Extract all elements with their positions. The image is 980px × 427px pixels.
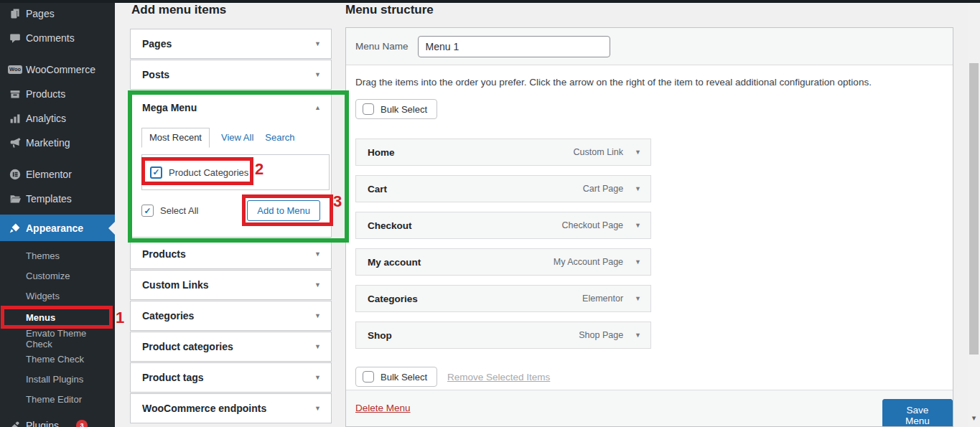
sidebar-item-label: Analytics bbox=[26, 113, 66, 124]
sidebar-item-label: Templates bbox=[26, 193, 72, 205]
appearance-icon bbox=[8, 221, 22, 235]
menu-items-list: Home Custom Link ▼ Cart Cart Page ▼ Chec… bbox=[355, 139, 651, 358]
sidebar-item-label: Comments bbox=[26, 32, 75, 44]
sidebar-item-theme-editor[interactable]: Theme Editor bbox=[0, 389, 115, 409]
product-categories-checkbox[interactable]: ✓ bbox=[150, 166, 162, 179]
sidebar-item-widgets[interactable]: Widgets bbox=[0, 286, 115, 306]
sidebar-item-themes[interactable]: Themes bbox=[0, 245, 115, 266]
chevron-down-icon[interactable]: ▼ bbox=[314, 71, 321, 78]
chevron-down-icon[interactable]: ▼ bbox=[635, 185, 641, 192]
menu-name-input[interactable] bbox=[418, 36, 610, 57]
plugins-icon bbox=[8, 418, 22, 427]
sidebar-item-customize[interactable]: Customize bbox=[0, 266, 115, 286]
accordion-mega-menu[interactable]: Mega Menu ▲ bbox=[130, 93, 332, 123]
mega-menu-item-list: ✓ Product Categories bbox=[141, 154, 330, 190]
select-all-label: Select All bbox=[160, 205, 198, 216]
sidebar-item-plugins[interactable]: Plugins 3 bbox=[0, 413, 115, 427]
page-title-add-menu-items: Add menu items bbox=[131, 3, 226, 17]
menu-item-row-shop[interactable]: Shop Shop Page ▼ bbox=[355, 322, 651, 349]
wp-admin-menus-page: Pages Comments Woo WooCommerce Products … bbox=[0, 0, 980, 427]
menu-name-label: Menu Name bbox=[355, 41, 409, 52]
accordion-product-categories[interactable]: Product categories ▼ bbox=[130, 332, 332, 362]
marketing-icon bbox=[8, 136, 22, 150]
accordion-categories[interactable]: Categories ▼ bbox=[130, 301, 332, 331]
products-icon bbox=[8, 87, 22, 101]
panel-footer: Delete Menu Save Menu bbox=[346, 390, 953, 427]
chevron-down-icon[interactable]: ▼ bbox=[314, 250, 321, 258]
chevron-down-icon[interactable]: ▼ bbox=[635, 222, 641, 229]
add-to-menu-button[interactable]: Add to Menu bbox=[247, 200, 320, 221]
current-menu-notch bbox=[108, 222, 115, 235]
bulk-select-toggle-bottom[interactable]: Bulk Select bbox=[355, 367, 437, 387]
chevron-down-icon[interactable]: ▼ bbox=[314, 281, 321, 288]
menu-item-row-categories[interactable]: Categories Elementor ▼ bbox=[355, 285, 651, 312]
bulk-select-checkbox[interactable] bbox=[363, 103, 374, 115]
scrollbar-thumb[interactable] bbox=[969, 63, 979, 355]
sidebar-item-menus[interactable]: Menus bbox=[0, 307, 115, 327]
templates-icon bbox=[8, 192, 22, 206]
accordion-products[interactable]: Products ▼ bbox=[130, 239, 332, 269]
menu-item-row-cart[interactable]: Cart Cart Page ▼ bbox=[355, 175, 651, 202]
chevron-down-icon[interactable]: ▼ bbox=[314, 343, 321, 350]
menu-name-bar: Menu Name bbox=[346, 28, 953, 65]
chevron-down-icon[interactable]: ▼ bbox=[635, 295, 641, 302]
bulk-select-checkbox[interactable] bbox=[363, 371, 374, 383]
tab-most-recent[interactable]: Most Recent bbox=[141, 128, 210, 148]
sidebar-item-label: Plugins bbox=[26, 420, 59, 427]
drag-instruction-text: Drag the items into the order you prefer… bbox=[355, 77, 915, 88]
annotation-step-3: 3 bbox=[333, 192, 342, 211]
sidebar-item-products[interactable]: Products bbox=[0, 82, 115, 106]
woocommerce-icon: Woo bbox=[8, 62, 22, 77]
menu-item-row-my-account[interactable]: My account My Account Page ▼ bbox=[355, 248, 651, 276]
sidebar-item-label: Products bbox=[26, 88, 65, 100]
checkbox-label: Product Categories bbox=[169, 167, 248, 178]
sidebar-item-elementor[interactable]: Elementor bbox=[0, 162, 115, 187]
sidebar-item-analytics[interactable]: Analytics bbox=[0, 106, 115, 131]
accordion-pages[interactable]: Pages ▼ bbox=[130, 29, 332, 59]
chevron-down-icon[interactable]: ▼ bbox=[635, 149, 641, 156]
sidebar-item-label: WooCommerce bbox=[26, 64, 95, 75]
tab-view-all[interactable]: View All bbox=[221, 132, 253, 148]
tab-search[interactable]: Search bbox=[265, 132, 294, 148]
sidebar-item-theme-check[interactable]: Theme Check bbox=[0, 349, 115, 369]
accordion-wc-endpoints[interactable]: WooCommerce endpoints ▼ bbox=[130, 393, 332, 423]
sidebar-item-label: Elementor bbox=[26, 169, 72, 180]
remove-selected-items-link[interactable]: Remove Selected Items bbox=[447, 372, 550, 383]
mega-menu-tabs: Most Recent View All Search bbox=[141, 128, 294, 148]
sidebar-item-label: Pages bbox=[26, 8, 55, 19]
select-all-checkbox[interactable]: ✓ bbox=[141, 205, 154, 217]
sidebar-item-appearance[interactable]: Appearance bbox=[0, 215, 115, 241]
menu-item-row-checkout[interactable]: Checkout Checkout Page ▼ bbox=[355, 212, 651, 239]
elementor-icon bbox=[8, 167, 22, 182]
chevron-down-icon[interactable]: ▼ bbox=[314, 312, 321, 319]
accordion-custom-links[interactable]: Custom Links ▼ bbox=[130, 270, 332, 300]
menu-item-row-home[interactable]: Home Custom Link ▼ bbox=[355, 139, 651, 166]
scrollbar-down-arrow[interactable]: ▾ bbox=[968, 413, 980, 423]
sidebar-item-marketing[interactable]: Marketing bbox=[0, 131, 115, 155]
bulk-select-toggle-top[interactable]: Bulk Select bbox=[355, 99, 437, 119]
sidebar-item-label: Marketing bbox=[26, 137, 70, 149]
chevron-up-icon[interactable]: ▲ bbox=[314, 104, 321, 111]
sidebar-item-comments[interactable]: Comments bbox=[0, 26, 115, 50]
sidebar-item-woocommerce[interactable]: Woo WooCommerce bbox=[0, 57, 115, 82]
chevron-down-icon[interactable]: ▼ bbox=[635, 332, 641, 339]
save-menu-button[interactable]: Save Menu bbox=[882, 399, 953, 427]
chevron-down-icon[interactable]: ▼ bbox=[314, 40, 321, 47]
sidebar-item-templates[interactable]: Templates bbox=[0, 187, 115, 211]
sidebar-item-label: Appearance bbox=[26, 222, 83, 234]
chevron-down-icon[interactable]: ▼ bbox=[314, 405, 321, 412]
sidebar-item-pages[interactable]: Pages bbox=[0, 1, 115, 26]
accordion-posts[interactable]: Posts ▼ bbox=[130, 60, 332, 90]
sidebar-item-install-plugins[interactable]: Install Plugins bbox=[0, 369, 115, 389]
analytics-icon bbox=[8, 111, 22, 126]
annotation-step-1: 1 bbox=[116, 309, 124, 327]
delete-menu-link[interactable]: Delete Menu bbox=[355, 403, 411, 413]
comments-icon bbox=[8, 31, 22, 45]
admin-sidebar: Pages Comments Woo WooCommerce Products … bbox=[0, 0, 115, 427]
chevron-down-icon[interactable]: ▼ bbox=[314, 374, 321, 381]
select-all-control[interactable]: ✓ Select All bbox=[141, 205, 198, 217]
sidebar-item-envato-theme-check[interactable]: Envato Theme Check bbox=[0, 329, 115, 349]
vertical-scrollbar[interactable]: ▾ bbox=[968, 3, 980, 427]
accordion-product-tags[interactable]: Product tags ▼ bbox=[130, 362, 332, 393]
chevron-down-icon[interactable]: ▼ bbox=[635, 258, 641, 266]
